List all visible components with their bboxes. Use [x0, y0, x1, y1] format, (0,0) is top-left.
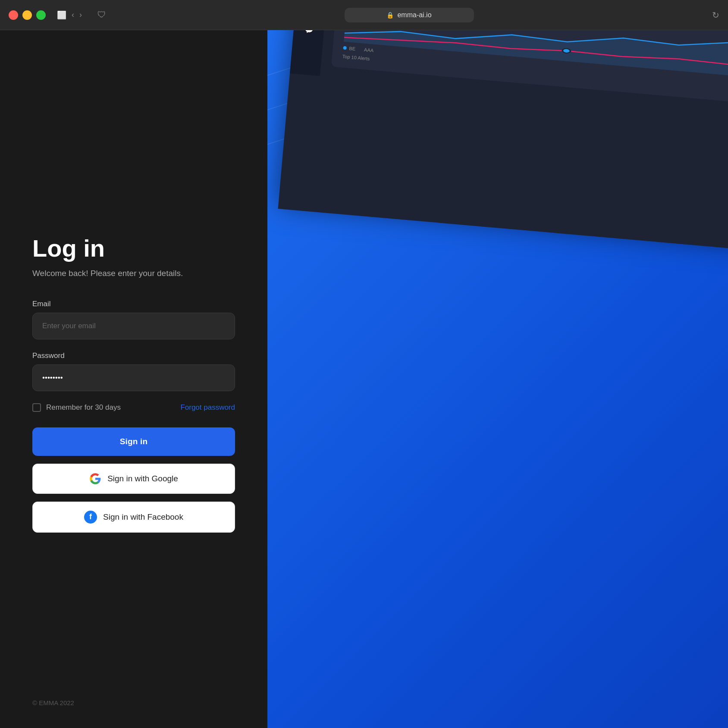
google-btn-text: Sign in with Google	[107, 474, 178, 483]
facebook-btn-text: Sign in with Facebook	[103, 512, 183, 522]
password-group: Password	[32, 351, 235, 391]
facebook-sign-in-button[interactable]: f Sign in with Facebook	[32, 502, 235, 533]
email-label: Email	[32, 300, 235, 308]
dash-chat-icon: 💬	[303, 30, 314, 35]
browser-chrome: ⬜ ‹ › 🛡 🔒 emma-ai.io ↻	[0, 0, 728, 30]
sign-in-button[interactable]: Sign in	[32, 427, 235, 456]
dashboard-inner: e 🔍 ⊞ 👥 👁 🔔 💬 Current WAN link utilisati…	[290, 30, 728, 114]
remember-me-label[interactable]: Remember for 30 days	[32, 403, 121, 412]
browser-controls: ⬜ ‹ ›	[57, 10, 82, 20]
main-layout: Log in Welcome back! Please enter your d…	[0, 30, 728, 728]
close-button[interactable]	[9, 10, 18, 20]
footer-text: © EMMA 2022	[32, 699, 74, 706]
dashboard-main: Current WAN link utilisation WEST-2811-W…	[320, 30, 728, 114]
google-icon	[89, 473, 101, 485]
google-sign-in-button[interactable]: Sign in with Google	[32, 464, 235, 494]
address-text: emma-ai.io	[397, 11, 431, 19]
email-input[interactable]	[32, 313, 235, 339]
email-group: Email	[32, 300, 235, 339]
maximize-button[interactable]	[36, 10, 46, 20]
forward-arrow-icon[interactable]: ›	[79, 10, 82, 19]
password-input[interactable]	[32, 364, 235, 391]
lock-icon: 🔒	[386, 12, 394, 19]
password-label: Password	[32, 351, 235, 360]
legend-be-text: BE	[349, 46, 356, 51]
legend-be: BE	[343, 45, 356, 51]
legend-be-dot	[343, 46, 347, 50]
page-title: Log in	[32, 235, 235, 262]
svg-point-3	[562, 48, 571, 53]
form-options: Remember for 30 days Forgot password	[32, 403, 235, 412]
legend-aaa: AAA	[364, 47, 374, 53]
refresh-icon[interactable]: ↻	[712, 10, 719, 20]
minimize-button[interactable]	[22, 10, 32, 20]
login-content: Log in Welcome back! Please enter your d…	[32, 65, 235, 693]
promo-panel: e emma Simple, Secure IT Infra & Network…	[267, 30, 728, 728]
page-subtitle: Welcome back! Please enter your details.	[32, 269, 235, 278]
traffic-lights	[9, 10, 46, 20]
back-arrow-icon[interactable]: ‹	[72, 10, 74, 19]
legend-aaa-text: AAA	[364, 47, 374, 53]
data-center-card: Data center primary connectivity utiliz.…	[331, 30, 728, 103]
login-panel: Log in Welcome back! Please enter your d…	[0, 30, 267, 728]
remember-me-text: Remember for 30 days	[46, 403, 121, 412]
promo-content: e emma Simple, Secure IT Infra & Network…	[267, 30, 728, 200]
sidebar-toggle-icon[interactable]: ⬜	[57, 10, 66, 20]
remember-me-checkbox[interactable]	[32, 403, 41, 412]
forgot-password-link[interactable]: Forgot password	[180, 403, 235, 412]
facebook-icon: f	[84, 511, 97, 524]
shield-icon: 🛡	[97, 10, 106, 20]
address-bar[interactable]: 🔒 emma-ai.io	[345, 8, 474, 22]
address-bar-container: 🔒 emma-ai.io	[113, 8, 705, 22]
